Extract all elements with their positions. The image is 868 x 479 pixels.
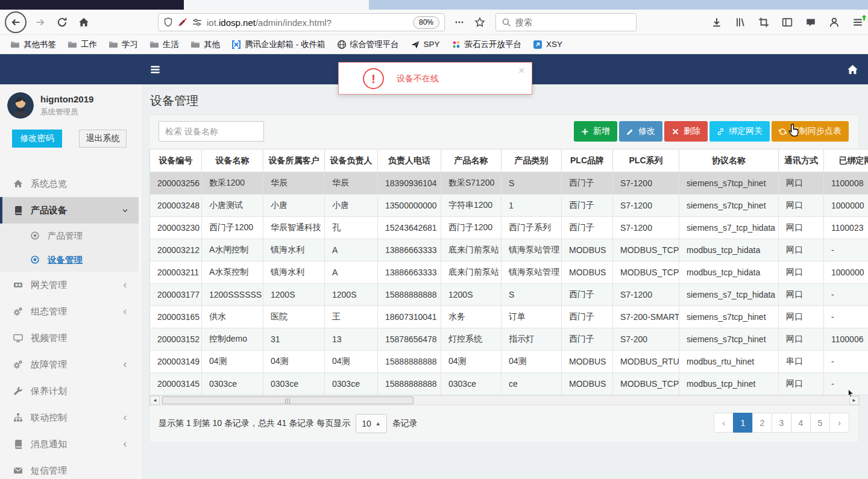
sidebar-item[interactable]: 联动控制: [0, 404, 139, 431]
sidebar-toggle-button[interactable]: [149, 64, 161, 75]
pager-next-button[interactable]: ›: [829, 413, 849, 433]
bookmark-item[interactable]: 生活: [145, 37, 183, 52]
table-row[interactable]: 2000031771200SSSSSS1200S1200S15888888888…: [150, 284, 868, 306]
column-header[interactable]: PLC系列: [613, 149, 679, 172]
screenshot-button[interactable]: [758, 17, 769, 28]
scrollbar-thumb[interactable]: |||: [162, 396, 414, 404]
download-button[interactable]: [711, 17, 722, 28]
page-actions-button[interactable]: [453, 17, 465, 28]
column-header[interactable]: PLC品牌: [562, 149, 613, 172]
bookmark-item[interactable]: 其他书签: [6, 37, 60, 52]
table-row[interactable]: 200003212A水闸控制镇海水利A13886663333底来门前泵站镇海泵站…: [150, 239, 868, 261]
force-sync-button[interactable]: 强制同步点表: [772, 121, 849, 142]
column-header[interactable]: 产品名称: [441, 149, 502, 172]
table-row[interactable]: 200003165供水医院王18607310041水务订单西门子S7-200-S…: [150, 306, 868, 328]
bookmark-item[interactable]: 综合管理平台: [333, 37, 403, 52]
folder-icon: [190, 40, 200, 49]
pager-prev-button[interactable]: ‹: [714, 413, 734, 433]
table-row[interactable]: 200003211A水泵控制镇海水利A13886663333底来门前泵站镇海泵站…: [150, 261, 868, 284]
bookmark-item[interactable]: 萤石云开放平台: [447, 37, 526, 52]
account-button[interactable]: [829, 17, 840, 28]
browser-search-input[interactable]: [515, 17, 631, 27]
column-header[interactable]: 通讯方式: [779, 149, 824, 172]
table-row[interactable]: 200003230西门子1200华辰智通科技孔15243642681西门子120…: [150, 217, 868, 239]
table-cell: 18390936104: [378, 172, 441, 195]
library-button[interactable]: [735, 17, 746, 28]
navbar-home-icon[interactable]: [847, 64, 858, 75]
column-header[interactable]: 产品类别: [502, 149, 562, 172]
column-header[interactable]: 已绑定网关: [824, 149, 868, 172]
logout-button[interactable]: 退出系统: [79, 130, 127, 148]
browser-active-tab[interactable]: [184, 0, 369, 10]
sidebar-subitem[interactable]: 设备管理: [0, 248, 139, 272]
menu-button[interactable]: [852, 17, 863, 28]
bookmark-label: XSY: [546, 40, 562, 49]
bind-gateway-button[interactable]: 绑定网关: [709, 121, 770, 142]
pager-page-2[interactable]: 2: [752, 413, 772, 433]
back-button[interactable]: [5, 11, 27, 33]
sidebar-item[interactable]: 保养计划: [0, 378, 139, 404]
button-label: 强制同步点表: [791, 126, 841, 137]
sidebar-item[interactable]: 消息通知: [0, 431, 139, 457]
add-button[interactable]: 新增: [574, 121, 617, 142]
sidebar-item[interactable]: 网关管理: [0, 272, 139, 298]
pager-page-1[interactable]: 1: [733, 413, 753, 433]
column-header[interactable]: 负责人电话: [378, 149, 441, 172]
table-cell: 数采1200: [202, 172, 263, 195]
button-label: 删除: [684, 126, 700, 137]
pager-page-3[interactable]: 3: [772, 413, 791, 433]
scroll-right-button[interactable]: ►: [849, 396, 859, 405]
device-search-input[interactable]: [159, 121, 264, 142]
alert-close-icon[interactable]: ✕: [518, 66, 525, 75]
url-bar[interactable]: iot.idosp.net/admin/index.html? 80%: [158, 13, 445, 31]
table-cell: S7-200: [613, 328, 679, 351]
table-cell: A: [325, 239, 378, 261]
sidebar-subitem[interactable]: 产品管理: [0, 224, 139, 248]
sidebar-item[interactable]: 系统总览: [0, 171, 139, 197]
scroll-left-button[interactable]: ◄: [150, 396, 160, 405]
table-cell: 0303ce: [441, 373, 502, 395]
table-cell: 镇海泵站管理: [502, 239, 562, 261]
sidebar-item[interactable]: 故障管理: [0, 351, 139, 378]
table-cell: A水泵控制: [202, 261, 263, 284]
table-row[interactable]: 200003256数采1200华辰华辰18390936104数采S71200S西…: [150, 172, 868, 195]
pager-page-4[interactable]: 4: [791, 413, 811, 433]
page-size-dropdown[interactable]: 10 ▲: [356, 414, 387, 433]
column-header[interactable]: 设备所属客户: [263, 149, 325, 172]
zoom-level-badge[interactable]: 80%: [413, 16, 439, 29]
table-cell: 网口: [779, 172, 824, 195]
table-row[interactable]: 2000031450303ce0303ce0303ce1588888888803…: [150, 373, 868, 395]
horizontal-scrollbar[interactable]: ◄ ||| ►: [149, 395, 860, 405]
bookmark-label: 工作: [81, 39, 97, 50]
sidebar-item[interactable]: 视频管理: [0, 325, 139, 351]
home-button[interactable]: [77, 17, 90, 28]
sidebar-item[interactable]: 组态管理: [0, 298, 139, 325]
change-password-button[interactable]: 修改密码: [12, 130, 62, 148]
sidebar-item[interactable]: 产品设备: [0, 197, 139, 224]
bookmark-item[interactable]: 其他: [186, 37, 224, 52]
table-row[interactable]: 200003152控制demo311315878656478灯控系统指示灯西门子…: [150, 328, 868, 351]
bookmark-item[interactable]: 学习: [104, 37, 142, 52]
table-row[interactable]: 200003248小唐测试小唐小唐13500000000字符串12001西门子S…: [150, 195, 868, 217]
sidebar-item[interactable]: 短信管理: [0, 457, 139, 479]
reload-button[interactable]: [55, 17, 69, 28]
sidebar-button[interactable]: [782, 17, 793, 28]
column-header[interactable]: 设备编号: [150, 149, 202, 172]
edit-button[interactable]: 修改: [619, 121, 662, 142]
column-header[interactable]: 设备负责人: [325, 149, 378, 172]
table-cell: 西门子: [562, 172, 613, 195]
pager-page-5[interactable]: 5: [810, 413, 830, 433]
bookmark-item[interactable]: XSY: [529, 38, 567, 51]
bookmark-item[interactable]: SPY: [406, 38, 444, 51]
browser-search-box[interactable]: [495, 13, 637, 31]
bookmark-item[interactable]: 腾讯企业邮箱 - 收件箱: [227, 37, 330, 52]
bookmark-item[interactable]: 工作: [63, 37, 101, 52]
folder-icon: [68, 40, 77, 49]
column-header[interactable]: 协议名称: [679, 149, 779, 172]
bookmark-star-button[interactable]: [474, 16, 486, 28]
pocket-button[interactable]: [805, 17, 816, 28]
column-header[interactable]: 设备名称: [202, 149, 263, 172]
delete-button[interactable]: 删除: [664, 121, 708, 142]
table-row[interactable]: 20000314904测04测04测1588888888804测04测MODBU…: [150, 351, 868, 373]
forward-button[interactable]: [34, 17, 47, 28]
